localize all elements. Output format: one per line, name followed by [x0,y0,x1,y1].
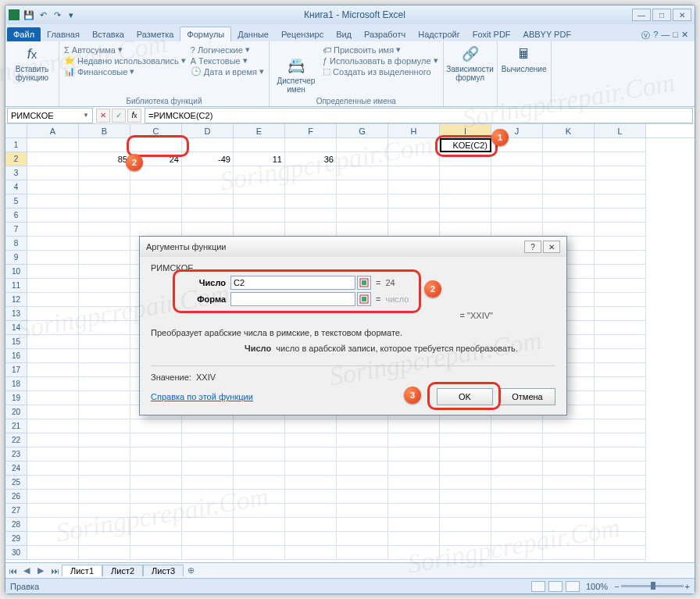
cell[interactable] [388,532,440,546]
row-header-3[interactable]: 3 [5,166,27,180]
cell[interactable] [595,180,646,194]
cell[interactable] [79,251,130,265]
cell[interactable] [79,363,130,377]
row-header-1[interactable]: 1 [5,138,27,152]
cell[interactable] [79,194,130,209]
cell[interactable] [182,209,234,223]
cell[interactable] [79,335,130,349]
row-header-6[interactable]: 6 [5,209,27,223]
cell[interactable] [27,293,79,307]
calculation-button[interactable]: 🖩 Вычисление [502,43,546,73]
cell[interactable] [440,433,491,447]
help-icon[interactable]: ? [653,30,658,41]
cell[interactable] [130,518,182,532]
row-header-14[interactable]: 14 [5,321,27,335]
sheet-tab-2[interactable]: Лист2 [102,565,143,576]
cell[interactable] [182,138,234,152]
cell[interactable] [182,433,234,447]
row-header-29[interactable]: 29 [5,532,27,546]
dialog-titlebar[interactable]: Аргументы функции ? ✕ [140,237,566,257]
cell[interactable] [79,546,130,560]
cell[interactable] [388,490,440,504]
cell[interactable] [440,180,491,194]
row-header-7[interactable]: 7 [5,223,27,237]
cell[interactable] [337,476,388,490]
cell[interactable] [337,447,388,462]
row-header-18[interactable]: 18 [5,377,27,391]
cell[interactable] [182,166,234,180]
cell[interactable] [388,223,440,237]
cell[interactable] [337,138,388,152]
cell[interactable] [79,265,130,279]
zoom-in-icon[interactable]: + [685,582,690,591]
cell[interactable] [234,138,285,152]
new-sheet-icon[interactable]: ⊕ [184,564,198,578]
cell[interactable] [27,265,79,279]
cell[interactable] [337,462,388,476]
cell[interactable] [234,166,285,180]
cell[interactable] [130,504,182,518]
col-E[interactable]: E [234,124,285,137]
cell[interactable] [543,152,595,166]
dialog-help-link[interactable]: Справка по этой функции [151,392,253,401]
cell[interactable] [388,462,440,476]
tab-abbyy[interactable]: ABBYY PDF [517,27,578,41]
cell[interactable] [27,518,79,532]
col-B[interactable]: B [79,124,130,137]
cell[interactable] [27,391,79,405]
cell[interactable] [285,476,337,490]
cell[interactable] [440,152,491,166]
arg2-ref-button[interactable] [357,292,371,306]
cell[interactable] [79,462,130,476]
cell[interactable] [130,138,182,152]
cell[interactable] [491,462,543,476]
cell[interactable] [27,194,79,209]
cell[interactable]: -49 [182,152,234,166]
cell[interactable] [27,447,79,462]
cell[interactable] [543,504,595,518]
cell[interactable] [491,504,543,518]
arg1-ref-button[interactable] [357,276,371,290]
row-header-5[interactable]: 5 [5,194,27,209]
cell[interactable] [182,194,234,209]
zoom-slider[interactable]: − + [614,582,690,591]
tab-foxit[interactable]: Foxit PDF [466,27,517,41]
cell[interactable] [182,490,234,504]
row-header-9[interactable]: 9 [5,251,27,265]
cell[interactable] [595,265,646,279]
doc-minimize-icon[interactable]: — [661,30,670,41]
cell[interactable] [27,237,79,251]
cell[interactable] [440,419,491,433]
cell[interactable] [285,209,337,223]
cell[interactable] [79,391,130,405]
cell[interactable] [234,532,285,546]
cell[interactable] [388,546,440,560]
cell[interactable] [182,419,234,433]
row-header-25[interactable]: 25 [5,476,27,490]
cell[interactable] [234,194,285,209]
cell[interactable]: 36 [285,152,337,166]
cell[interactable] [543,419,595,433]
cell[interactable] [27,335,79,349]
cell[interactable] [543,433,595,447]
row-header-19[interactable]: 19 [5,391,27,405]
active-cell-I2[interactable]: KOE(C2) [440,138,491,152]
row-header-10[interactable]: 10 [5,265,27,279]
cell[interactable] [595,490,646,504]
row-header-8[interactable]: 8 [5,237,27,251]
use-in-formula-button[interactable]: ƒ Использовать в формуле ▾ [323,55,438,66]
cell[interactable] [234,504,285,518]
cell[interactable] [285,504,337,518]
cell[interactable] [491,532,543,546]
autosum-button[interactable]: Σ Автосумма ▾ [64,45,186,55]
redo-icon[interactable]: ↷ [51,9,63,21]
cell[interactable] [27,504,79,518]
namebox-dropdown-icon[interactable]: ▼ [83,112,89,119]
row-header-26[interactable]: 26 [5,490,27,504]
view-normal-button[interactable] [531,581,545,592]
cell[interactable] [79,307,130,321]
tab-file[interactable]: Файл [7,27,41,41]
cell[interactable] [79,419,130,433]
cell[interactable] [79,349,130,363]
cell[interactable] [388,419,440,433]
